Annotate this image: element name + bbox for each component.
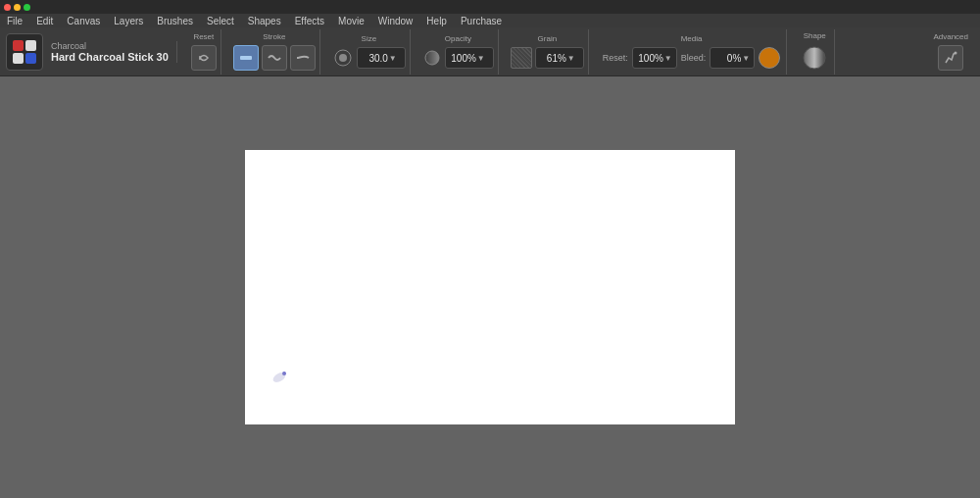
minimize-button[interactable] <box>14 4 21 11</box>
menu-select[interactable]: Select <box>204 15 237 27</box>
svg-rect-0 <box>13 40 24 51</box>
close-button[interactable] <box>4 4 11 11</box>
svg-rect-2 <box>13 53 24 64</box>
grain-label: Grain <box>538 34 558 43</box>
brush-name: Hard Charcoal Stick 30 <box>51 51 169 63</box>
opacity-spinbox[interactable]: ▼ <box>445 47 494 69</box>
menu-window[interactable]: Window <box>375 15 416 27</box>
grain-input[interactable] <box>539 53 566 64</box>
advanced-button[interactable] <box>938 45 963 71</box>
media-section: Media Reset: ▼ Bleed: ▼ <box>597 29 787 75</box>
shape-label: Shape <box>804 31 826 40</box>
grain-section: Grain ▼ <box>507 29 589 75</box>
grain-down-arrow[interactable]: ▼ <box>566 54 576 63</box>
opacity-down-arrow[interactable]: ▼ <box>476 54 486 63</box>
stroke-label: Stroke <box>263 32 285 41</box>
svg-rect-1 <box>25 40 36 51</box>
media-label: Media <box>681 34 703 43</box>
maximize-button[interactable] <box>24 4 30 11</box>
media-reset-spinbox[interactable]: ▼ <box>632 47 677 69</box>
reset-label: Reset <box>193 32 214 41</box>
brush-category: Charcoal <box>51 41 86 51</box>
shape-preview-icon[interactable] <box>801 44 828 72</box>
size-section: Size ▼ <box>328 29 411 75</box>
svg-point-8 <box>425 51 439 65</box>
size-circle-icon <box>332 47 354 69</box>
menu-brushes[interactable]: Brushes <box>154 15 196 27</box>
canvas-area[interactable] <box>0 76 980 498</box>
advanced-section: Advanced <box>927 29 974 75</box>
menu-effects[interactable]: Effects <box>292 15 327 27</box>
title-bar <box>0 0 980 14</box>
toolbar: Charcoal Hard Charcoal Stick 30 Reset St… <box>0 27 980 76</box>
svg-point-9 <box>804 47 825 69</box>
grain-spinbox[interactable]: ▼ <box>535 47 584 69</box>
menu-layers[interactable]: Layers <box>111 15 146 27</box>
reset-section: Reset <box>187 29 221 75</box>
media-bleed-arrow[interactable]: ▼ <box>741 54 751 63</box>
size-down-arrow[interactable]: ▼ <box>388 54 398 63</box>
menu-purchase[interactable]: Purchase <box>458 15 505 27</box>
size-spinbox[interactable]: ▼ <box>357 47 406 69</box>
size-input[interactable] <box>361 53 388 64</box>
opacity-section: Opacity ▼ <box>418 29 499 75</box>
opacity-circle-icon <box>422 48 442 68</box>
opacity-input[interactable] <box>449 53 476 64</box>
menu-shapes[interactable]: Shapes <box>245 15 284 27</box>
opacity-label: Opacity <box>445 34 471 43</box>
media-color-swatch[interactable] <box>759 47 780 69</box>
brush-info[interactable]: Charcoal Hard Charcoal Stick 30 <box>51 41 177 63</box>
menu-bar: File Edit Canvas Layers Brushes Select S… <box>0 14 980 27</box>
svg-rect-5 <box>240 56 252 60</box>
media-bleed-input[interactable] <box>713 53 741 64</box>
media-reset-input[interactable] <box>636 53 663 64</box>
brush-icon[interactable] <box>6 33 43 71</box>
bleed-label-media: Bleed: <box>681 53 707 63</box>
size-label: Size <box>362 34 377 43</box>
reset-button[interactable] <box>191 45 217 71</box>
stroke-type-3-button[interactable] <box>290 45 316 71</box>
drawing-canvas[interactable] <box>245 150 735 424</box>
svg-point-10 <box>955 52 957 55</box>
menu-canvas[interactable]: Canvas <box>64 15 103 27</box>
svg-rect-3 <box>25 53 36 64</box>
window-controls[interactable] <box>4 4 30 11</box>
advanced-label: Advanced <box>933 32 968 41</box>
cursor-stroke <box>271 371 287 384</box>
shape-section: Shape <box>795 29 835 75</box>
menu-file[interactable]: File <box>4 15 25 27</box>
media-bleed-spinbox[interactable]: ▼ <box>710 47 755 69</box>
menu-help[interactable]: Help <box>423 15 450 27</box>
stroke-type-2-button[interactable] <box>262 45 287 71</box>
stroke-type-1-button[interactable] <box>233 45 259 71</box>
svg-point-7 <box>339 54 347 62</box>
menu-movie[interactable]: Movie <box>335 15 368 27</box>
media-reset-arrow[interactable]: ▼ <box>663 54 673 63</box>
reset-label-media: Reset: <box>603 53 628 63</box>
menu-edit[interactable]: Edit <box>33 15 56 27</box>
stroke-section: Stroke <box>229 29 320 75</box>
grain-preview-icon <box>511 47 532 69</box>
